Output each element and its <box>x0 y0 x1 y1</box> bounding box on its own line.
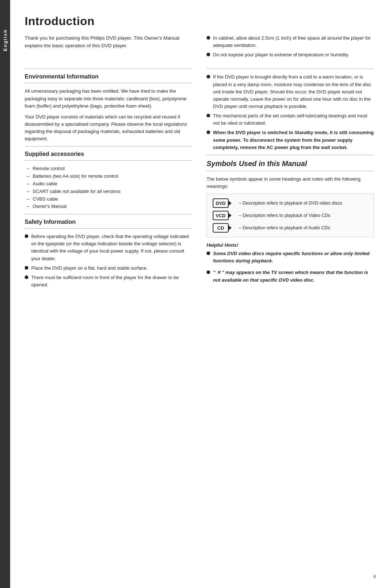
safety-bullet-icon-0 <box>25 234 28 238</box>
supplied-item-5: Owner's Manual <box>27 203 192 210</box>
main-content: Introduction Thank you for purchasing th… <box>10 0 392 588</box>
safety-bullet-text-1: Place the DVD player on a flat, hard and… <box>31 265 148 272</box>
intro-text: Thank you for purchasing this Philips DV… <box>25 35 192 50</box>
symbol-badge-wrap-vcd: VCD <box>213 211 234 220</box>
symbols-intro: The below symbols appear in some heading… <box>207 176 374 190</box>
intro-left: Thank you for purchasing this Philips DV… <box>25 35 192 62</box>
safety-bullet-text-2: There must be sufficient room in front o… <box>31 274 192 289</box>
env-para2: Your DVD player consists of materials wh… <box>25 113 192 143</box>
page-title: Introduction <box>25 15 374 28</box>
supplied-item-3: SCART cable not available for all versio… <box>27 188 192 196</box>
right-intro-bullet-list: In cabinet, allow about 2.5cm (1 inch) o… <box>207 35 374 59</box>
side-tab-label: English <box>3 29 8 51</box>
right-bullet-text-0: In cabinet, allow about 2.5cm (1 inch) o… <box>213 35 374 49</box>
symbol-badge-wrap-cd: CD <box>213 223 234 233</box>
right-bullet-0: In cabinet, allow about 2.5cm (1 inch) o… <box>207 35 374 49</box>
right-bullet-cont-text-2: When the DVD player is switched to Stand… <box>213 129 374 151</box>
page-number: 6 <box>373 574 376 579</box>
divider-supplied2 <box>25 160 192 161</box>
divider-safety <box>25 214 192 214</box>
symbol-dvd-arrow <box>228 201 232 206</box>
intro-row: Thank you for purchasing this Philips DV… <box>25 35 374 62</box>
supplied-heading: Supplied accessories <box>25 151 192 157</box>
supplied-item-text-5: Owner's Manual <box>33 204 67 209</box>
right-bullet-cont-text-1: The mechanical parts of the set contain … <box>213 112 374 127</box>
bullet-icon-cont-0 <box>207 75 210 78</box>
helpful-hint-1: " ✕ " may appears on the TV screen which… <box>207 269 374 286</box>
intro-right: In cabinet, allow about 2.5cm (1 inch) o… <box>207 35 374 62</box>
hint-bullet-icon-0 <box>207 251 210 255</box>
right-bullet-cont-2: When the DVD player is switched to Stand… <box>207 129 374 151</box>
supplied-item-text-4: CVBS cable <box>33 196 58 202</box>
symbol-desc-cd: – Description refers to playback of Audi… <box>239 225 330 230</box>
symbol-badge-dvd-text: DVD <box>216 201 225 206</box>
bullet-icon-1 <box>207 53 210 56</box>
symbol-desc-dvd: – Description refers to playback of DVD-… <box>239 201 342 206</box>
right-bullet-cont-0: If the DVD player is brought directly fr… <box>207 73 374 110</box>
symbol-badge-cd: CD <box>213 223 229 233</box>
divider-right-top <box>207 69 374 69</box>
symbol-row-vcd: VCD – Description refers to playback of … <box>213 211 368 220</box>
right-bullet-text-1: Do not expose your player to extreme of … <box>213 51 349 59</box>
right-bullet-1: Do not expose your player to extreme of … <box>207 51 374 59</box>
side-tab: English <box>0 0 10 588</box>
safety-bullet-text-0: Before operating the DVD player, check t… <box>31 233 192 262</box>
divider-symbols2 <box>207 171 374 171</box>
helpful-hints-list: Some DVD video discs require specific fu… <box>207 250 374 286</box>
hint-text-1: " ✕ " may appears on the TV screen which… <box>213 269 374 283</box>
bullet-icon-cont-2 <box>207 130 210 134</box>
page-container: English Introduction Thank you for purch… <box>0 0 392 588</box>
bullet-icon-0 <box>207 36 210 40</box>
symbols-box: DVD – Description refers to playback of … <box>207 194 374 237</box>
divider-env <box>25 69 192 69</box>
env-heading: Environmental Information <box>25 73 192 80</box>
env-para1: All unnecessary packaging has been omitt… <box>25 88 192 109</box>
symbols-heading: Symbols Used in this Manual <box>207 160 374 168</box>
safety-bullet-0: Before operating the DVD player, check t… <box>25 233 192 262</box>
symbol-badge-vcd: VCD <box>213 211 229 220</box>
supplied-item-text-0: Remote control <box>33 166 65 171</box>
helpful-hints-title: Helpful Hints! <box>207 242 374 248</box>
safety-bullet-list: Before operating the DVD player, check t… <box>25 233 192 289</box>
supplied-item-text-3: SCART cable not available for all versio… <box>33 189 121 194</box>
safety-bullet-icon-2 <box>25 275 28 279</box>
hint-text-0: Some DVD video discs require specific fu… <box>213 250 374 265</box>
symbol-desc-vcd: – Description refers to playback of Vide… <box>239 213 330 218</box>
supplied-item-4: CVBS cable <box>27 196 192 203</box>
symbol-badge-dvd: DVD <box>213 198 229 208</box>
symbol-badge-vcd-text: VCD <box>216 213 225 218</box>
safety-bullet-icon-1 <box>25 266 28 270</box>
symbol-cd-arrow <box>228 225 232 230</box>
right-bullet-cont-1: The mechanical parts of the set contain … <box>207 112 374 127</box>
supplied-item-2: Audio cable <box>27 180 192 188</box>
symbol-row-cd: CD – Description refers to playback of A… <box>213 223 368 233</box>
right-bullet-list-cont: If the DVD player is brought directly fr… <box>207 73 374 151</box>
symbol-vcd-arrow <box>228 213 232 218</box>
bullet-icon-cont-1 <box>207 114 210 117</box>
supplied-list: Remote control Batteries (two AA size) f… <box>27 165 192 210</box>
supplied-item-1: Batteries (two AA size) for remote contr… <box>27 173 192 180</box>
hint-bullet-icon-1 <box>207 270 210 274</box>
left-column: Environmental Information All unnecessar… <box>25 66 192 292</box>
supplied-item-text-2: Audio cable <box>33 181 57 186</box>
two-column-layout: Environmental Information All unnecessar… <box>25 66 374 292</box>
right-column: If the DVD player is brought directly fr… <box>207 66 374 292</box>
symbol-row-dvd: DVD – Description refers to playback of … <box>213 198 368 208</box>
supplied-item-0: Remote control <box>27 165 192 173</box>
supplied-item-text-1: Batteries (two AA size) for remote contr… <box>33 173 118 179</box>
symbol-badge-wrap-dvd: DVD <box>213 198 234 208</box>
safety-bullet-1: Place the DVD player on a flat, hard and… <box>25 265 192 272</box>
safety-bullet-2: There must be sufficient room in front o… <box>25 274 192 289</box>
safety-heading: Safety Information <box>25 219 192 225</box>
divider-supplied <box>25 146 192 146</box>
helpful-hint-0: Some DVD video discs require specific fu… <box>207 250 374 267</box>
divider-safety2 <box>25 228 192 229</box>
divider-env2 <box>25 83 192 83</box>
right-bullet-cont-text-0: If the DVD player is brought directly fr… <box>213 73 374 110</box>
symbol-badge-cd-text: CD <box>217 225 224 231</box>
divider-symbols <box>207 155 374 155</box>
